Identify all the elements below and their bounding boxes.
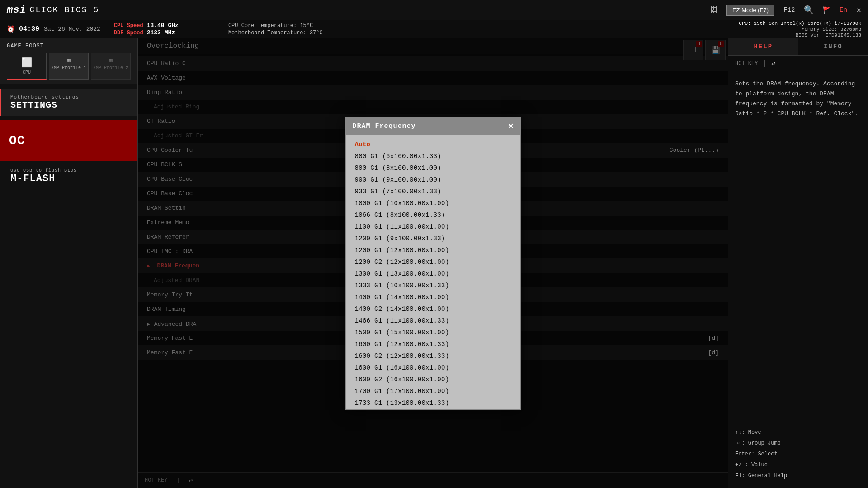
top-bar-right: 🖼 EZ Mode (F7) F12 🔍 🚩 En ✕: [710, 5, 861, 16]
modal-list-item[interactable]: 1000 G1 (10x100.00x1.00): [346, 197, 520, 209]
profile-buttons: ⬜ CPU ▦ XMP Profile 1 ▦ XMP Profile 2: [7, 53, 131, 80]
xmp2-icon: ▦: [109, 57, 112, 64]
modal-list-item[interactable]: 1466 G1 (11x100.00x1.33): [346, 315, 520, 327]
ddr-speed-value: 2133 MHz: [147, 29, 175, 36]
modal-list-item[interactable]: 1066 G1 (8x100.00x1.33): [346, 209, 520, 221]
bios-ver: BIOS Ver: E7D91IMS.133: [739, 33, 861, 38]
right-panel-tabs: HELP INFO: [728, 38, 868, 55]
separator-bar: |: [762, 60, 767, 68]
nav-enter: Enter: Select: [735, 449, 861, 460]
settings-sub-label: Motherboard settings: [10, 94, 128, 100]
cpu-temp: CPU Core Temperature: 15°C: [228, 23, 323, 29]
modal-list-item[interactable]: 1100 G1 (11x100.00x1.00): [346, 221, 520, 233]
ddr-speed-label: DDR Speed: [114, 30, 143, 36]
modal-title: DRAM Frequency: [353, 122, 416, 130]
sidebar-item-settings[interactable]: Motherboard settings SETTINGS: [0, 89, 137, 116]
cpu-icon: ⬜: [21, 57, 33, 68]
modal-list-item[interactable]: 1700 G1 (17x100.00x1.00): [346, 385, 520, 397]
left-sidebar: GAME BOOST ⬜ CPU ▦ XMP Profile 1 ▦ XMP P…: [0, 38, 138, 488]
modal-list-item[interactable]: Auto: [346, 139, 520, 150]
settings-main-label: SETTINGS: [10, 100, 128, 110]
modal-overlay: DRAM Frequency ✕ Auto800 G1 (6x100.00x1.…: [138, 38, 728, 488]
modal-list-item[interactable]: 800 G1 (6x100.00x1.33): [346, 150, 520, 162]
ez-mode-button[interactable]: EZ Mode (F7): [726, 5, 774, 16]
undo-right-icon[interactable]: ↩: [771, 59, 776, 68]
speed-area: CPU Speed 13.40 GHz DDR Speed 2133 MHz: [114, 22, 179, 36]
xmp1-profile-button[interactable]: ▦ XMP Profile 1: [49, 53, 89, 80]
xmp2-profile-button[interactable]: ▦ XMP Profile 2: [91, 53, 131, 80]
modal-list-item[interactable]: 1200 G1 (12x100.00x1.00): [346, 244, 520, 256]
game-boost-area: GAME BOOST ⬜ CPU ▦ XMP Profile 1 ▦ XMP P…: [0, 38, 137, 84]
cpu-label: CPU: [23, 70, 31, 75]
info-bar: ⏰ 04:39 Sat 26 Nov, 2022 CPU Speed 13.40…: [0, 20, 868, 38]
game-boost-label: GAME BOOST: [7, 43, 131, 49]
tab-help[interactable]: HELP: [728, 38, 798, 55]
time-display: 04:39: [19, 25, 39, 33]
modal-header: DRAM Frequency ✕: [346, 117, 520, 135]
tab-info[interactable]: INFO: [798, 38, 868, 55]
mb-temp: Motherboard Temperature: 37°C: [228, 30, 323, 36]
lang-selector[interactable]: En: [840, 6, 847, 14]
hotkey-right-bar: HOT KEY | ↩: [728, 55, 868, 72]
modal-list-item[interactable]: 1800 G1 (18x100.00x1.00): [346, 409, 520, 409]
nav-items: Motherboard settings SETTINGS: [0, 84, 137, 120]
modal-close-button[interactable]: ✕: [508, 122, 514, 131]
mflash-sub-label: Use USB to flash BIOS: [10, 168, 128, 173]
modal-list-item[interactable]: 1600 G1 (16x100.00x1.00): [346, 362, 520, 374]
help-text: Sets the DRAM frequency. According to pl…: [735, 80, 859, 117]
modal-list-item[interactable]: 1200 G1 (9x100.00x1.33): [346, 233, 520, 244]
modal-list-item[interactable]: 1333 G1 (10x100.00x1.33): [346, 280, 520, 291]
modal-list-item[interactable]: 1733 G1 (13x100.00x1.33): [346, 397, 520, 409]
xmp1-icon: ▦: [67, 57, 70, 64]
modal-list-item[interactable]: 1300 G1 (13x100.00x1.00): [346, 268, 520, 280]
cpu-speed-value: 13.40 GHz: [147, 22, 179, 29]
memory-size: Memory Size: 32768MB: [739, 27, 861, 32]
xmp2-label: XMP Profile 2: [93, 66, 128, 70]
dram-frequency-modal: DRAM Frequency ✕ Auto800 G1 (6x100.00x1.…: [345, 117, 521, 410]
temps-area: CPU Core Temperature: 15°C Motherboard T…: [228, 23, 323, 36]
modal-list-item[interactable]: 900 G1 (9x100.00x1.00): [346, 174, 520, 186]
modal-list-item[interactable]: 1600 G2 (12x100.00x1.33): [346, 350, 520, 362]
modal-list-item[interactable]: 800 G1 (8x100.00x1.00): [346, 162, 520, 174]
oc-label: OC: [9, 134, 25, 148]
search-icon[interactable]: 🔍: [804, 5, 814, 15]
modal-list-item[interactable]: 1600 G1 (12x100.00x1.33): [346, 338, 520, 350]
top-bar: msi CLICK BIOS 5 🖼 EZ Mode (F7) F12 🔍 🚩 …: [0, 0, 868, 20]
cpu-profile-button[interactable]: ⬜ CPU: [7, 53, 47, 80]
msi-text: msi: [7, 5, 26, 16]
msi-logo: msi: [7, 5, 26, 16]
nav-f1: F1: General Help: [735, 470, 861, 481]
modal-list[interactable]: Auto800 G1 (6x100.00x1.33)800 G1 (8x100.…: [346, 135, 520, 409]
nav-help: ↑↓: Move →←: Group Jump Enter: Select +/…: [728, 420, 868, 488]
hotkey-right-label: HOT KEY: [735, 61, 758, 67]
clock-icon: ⏰: [7, 25, 14, 33]
f12-label[interactable]: F12: [783, 6, 795, 14]
nav-move: ↑↓: Move: [735, 427, 861, 438]
date-display: Sat 26 Nov, 2022: [44, 26, 100, 33]
modal-list-item[interactable]: 933 G1 (7x100.00x1.33): [346, 186, 520, 197]
cpu-speed-label: CPU Speed: [114, 23, 143, 29]
modal-list-item[interactable]: 1400 G2 (14x100.00x1.00): [346, 303, 520, 315]
right-panel: HELP INFO HOT KEY | ↩ Sets the DRAM freq…: [728, 38, 868, 488]
flag-icon: 🚩: [823, 6, 830, 14]
sidebar-item-mflash[interactable]: Use USB to flash BIOS M-FLASH: [0, 161, 137, 191]
modal-list-item[interactable]: 1600 G2 (16x100.00x1.00): [346, 374, 520, 385]
close-button[interactable]: ✕: [856, 5, 861, 15]
mflash-main-label: M-FLASH: [10, 173, 128, 184]
modal-list-item[interactable]: 1500 G1 (15x100.00x1.00): [346, 327, 520, 338]
sidebar-item-oc[interactable]: OC: [0, 120, 137, 161]
nav-group: →←: Group Jump: [735, 438, 861, 449]
help-content: Sets the DRAM frequency. According to pl…: [728, 72, 868, 126]
nav-value: +/-: Value: [735, 460, 861, 470]
bios-title: CLICK BIOS 5: [30, 5, 99, 14]
modal-list-item[interactable]: 1200 G2 (12x100.00x1.00): [346, 256, 520, 268]
screenshot-icon[interactable]: 🖼: [710, 6, 717, 14]
cpu-model: CPU: 13th Gen Intel(R) Core(TM) i7-13700…: [739, 21, 861, 26]
xmp1-label: XMP Profile 1: [51, 66, 86, 70]
modal-list-item[interactable]: 1400 G1 (14x100.00x1.00): [346, 291, 520, 303]
clock-area: ⏰ 04:39 Sat 26 Nov, 2022: [7, 25, 100, 33]
